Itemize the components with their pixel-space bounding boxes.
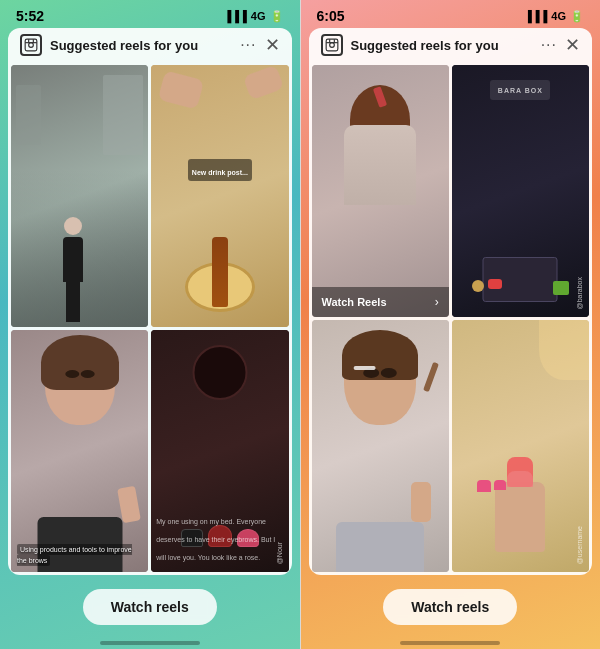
username-overlay-left: @Nour — [276, 542, 283, 564]
status-time-left: 5:52 — [16, 8, 44, 24]
watch-reels-overlay-text: Watch Reels — [322, 296, 387, 308]
content-area-left: New drink post... Using products — [8, 62, 292, 575]
network-type-right: 4G — [551, 10, 566, 22]
home-bar-left — [100, 641, 200, 645]
status-icons-right: ▐▐▐ 4G 🔋 — [524, 10, 584, 23]
reels-icon-right — [321, 34, 343, 56]
reel-cell-food[interactable]: New drink post... — [151, 65, 288, 327]
right-phone-panel: 6:05 ▐▐▐ 4G 🔋 Suggested reels for you ··… — [301, 0, 601, 649]
bottom-section-left: Watch reels — [0, 575, 300, 635]
more-options-right[interactable]: ··· — [541, 36, 557, 54]
status-bar-right: 6:05 ▐▐▐ 4G 🔋 — [301, 0, 601, 28]
reel-cell-cosmetics[interactable]: My one using on my bed. Everyone deserve… — [151, 330, 288, 572]
header-title-right: Suggested reels for you — [351, 38, 533, 53]
close-button-right[interactable]: ✕ — [565, 36, 580, 54]
signal-icon-left: ▐▐▐ — [223, 10, 246, 22]
svg-point-1 — [29, 43, 34, 48]
home-indicator-right — [301, 635, 601, 649]
svg-rect-0 — [25, 39, 37, 51]
reel-cell-foodbox[interactable]: BARA BOX @barabox — [452, 65, 589, 317]
reels-grid-left: New drink post... Using products — [8, 62, 292, 575]
home-bar-right — [400, 641, 500, 645]
reel-cell-hair[interactable]: Watch Reels › — [312, 65, 449, 317]
more-options-left[interactable]: ··· — [240, 36, 256, 54]
watch-reels-button-left[interactable]: Watch reels — [83, 589, 217, 625]
content-area-right: Watch Reels › BARA BOX @barabox — [309, 62, 593, 575]
header-bar-left: Suggested reels for you ··· ✕ — [8, 28, 292, 62]
close-button-left[interactable]: ✕ — [265, 36, 280, 54]
reel-cell-fashion[interactable] — [11, 65, 148, 327]
svg-rect-5 — [326, 39, 338, 51]
reel-cell-makeup[interactable] — [312, 320, 449, 572]
username-overlay-right: @barabox — [576, 277, 583, 309]
reels-grid-right: Watch Reels › BARA BOX @barabox — [309, 62, 593, 575]
battery-icon-right: 🔋 — [570, 10, 584, 23]
username-overlay-candy: @username — [576, 526, 583, 564]
status-icons-left: ▐▐▐ 4G 🔋 — [223, 10, 283, 23]
reels-icon-left — [20, 34, 42, 56]
battery-icon-left: 🔋 — [270, 10, 284, 23]
beauty-overlay-text: Using products and tools to improve the … — [17, 545, 142, 566]
network-type-left: 4G — [251, 10, 266, 22]
header-title-left: Suggested reels for you — [50, 38, 232, 53]
watch-reels-overlay[interactable]: Watch Reels › — [312, 287, 449, 317]
status-time-right: 6:05 — [317, 8, 345, 24]
reel-cell-beauty[interactable]: Using products and tools to improve the … — [11, 330, 148, 572]
signal-icon-right: ▐▐▐ — [524, 10, 547, 22]
home-indicator-left — [0, 635, 300, 649]
svg-point-6 — [329, 43, 334, 48]
watch-reels-button-right[interactable]: Watch reels — [383, 589, 517, 625]
header-bar-right: Suggested reels for you ··· ✕ — [309, 28, 593, 62]
bottom-section-right: Watch reels — [301, 575, 601, 635]
left-phone-panel: 5:52 ▐▐▐ 4G 🔋 Suggested reels for you ··… — [0, 0, 300, 649]
watch-reels-chevron: › — [435, 295, 439, 309]
status-bar-left: 5:52 ▐▐▐ 4G 🔋 — [0, 0, 300, 28]
reel-cell-candy[interactable]: @username — [452, 320, 589, 572]
